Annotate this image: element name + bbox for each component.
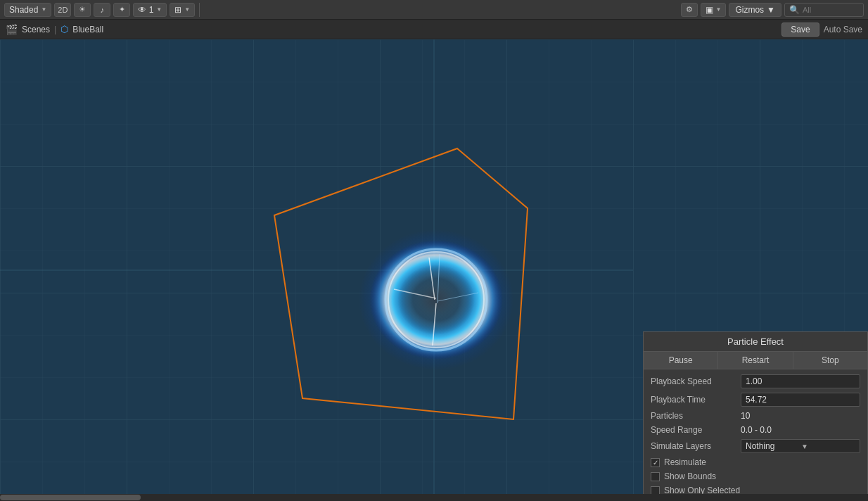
save-button[interactable]: Save bbox=[781, 23, 819, 37]
toolbar-separator-1 bbox=[199, 3, 200, 17]
camera-icon: ▣ bbox=[706, 5, 713, 15]
show-bounds-row: Show Bounds bbox=[644, 469, 867, 483]
simulate-layers-select[interactable]: Nothing ▼ bbox=[741, 439, 860, 453]
panel-controls: Pause Restart Stop bbox=[644, 352, 867, 369]
search-box[interactable]: 🔍 bbox=[784, 3, 864, 17]
playback-speed-value[interactable]: 1.00 bbox=[741, 374, 860, 388]
scrollbar-thumb[interactable] bbox=[0, 495, 141, 500]
panel-properties: Playback Speed 1.00 Playback Time 54.72 … bbox=[644, 369, 867, 500]
camera-dropdown[interactable]: ▣ ▼ bbox=[701, 3, 727, 17]
audio-icon-btn[interactable]: ♪ bbox=[94, 3, 110, 17]
select-arrow-icon: ▼ bbox=[801, 443, 857, 450]
scenes-icon: 🎬 bbox=[6, 24, 18, 35]
playback-speed-row: Playback Speed 1.00 bbox=[644, 372, 867, 391]
simulate-layers-value: Nothing bbox=[746, 441, 801, 451]
breadcrumb-separator: | bbox=[54, 25, 56, 34]
2d-button[interactable]: 2D bbox=[54, 3, 71, 17]
horizontal-scrollbar[interactable] bbox=[0, 494, 868, 501]
stop-button[interactable]: Stop bbox=[793, 352, 867, 369]
resimulate-checkbox[interactable] bbox=[651, 458, 660, 467]
effects-icon: ✦ bbox=[119, 5, 125, 14]
search-icon: 🔍 bbox=[789, 5, 800, 15]
restart-button[interactable]: Restart bbox=[718, 352, 793, 369]
light-icon-btn[interactable]: ☀ bbox=[74, 3, 91, 17]
svg-point-10 bbox=[397, 265, 475, 335]
scene-name[interactable]: BlueBall bbox=[72, 25, 103, 34]
show-bounds-checkbox[interactable] bbox=[651, 472, 660, 481]
settings-icon: ⚙ bbox=[686, 5, 693, 14]
playback-speed-label: Playback Speed bbox=[651, 376, 735, 386]
resimulate-label: Resimulate bbox=[664, 457, 706, 467]
panel-title: Particle Effect bbox=[644, 332, 867, 352]
shading-arrow: ▼ bbox=[41, 6, 46, 13]
particle-effect-panel: Particle Effect Pause Restart Stop Playb… bbox=[643, 331, 868, 501]
grid-dropdown[interactable]: ⊞ ▼ bbox=[170, 3, 195, 17]
settings-icon-btn[interactable]: ⚙ bbox=[681, 3, 698, 17]
playback-time-row: Playback Time 54.72 bbox=[644, 391, 867, 409]
light-icon: ☀ bbox=[79, 5, 86, 14]
effects-icon-btn[interactable]: ✦ bbox=[113, 3, 130, 17]
particles-value: 10 bbox=[741, 411, 750, 421]
breadcrumb-bar: 🎬 Scenes | ⬡ BlueBall Save Auto Save bbox=[0, 20, 868, 39]
search-input[interactable] bbox=[803, 6, 859, 14]
scenes-label[interactable]: Scenes bbox=[22, 25, 50, 34]
auto-save-label: Auto Save bbox=[824, 25, 862, 34]
toolbar: Shaded ▼ 2D ☀ ♪ ✦ 👁 1 ▼ ⊞ ▼ ⚙ ▣ ▼ Gizmos… bbox=[0, 0, 868, 20]
scene-viewport: Particle Effect Pause Restart Stop Playb… bbox=[0, 39, 868, 501]
particles-row: Particles 10 bbox=[644, 409, 867, 423]
resimulate-row: Resimulate bbox=[644, 455, 867, 469]
speed-range-row: Speed Range 0.0 - 0.0 bbox=[644, 423, 867, 437]
particles-label: Particles bbox=[651, 411, 735, 421]
visibility-icon: 👁 1 bbox=[138, 5, 153, 15]
simulate-layers-label: Simulate Layers bbox=[651, 441, 735, 451]
speed-range-value: 0.0 - 0.0 bbox=[741, 425, 772, 435]
show-bounds-label: Show Bounds bbox=[664, 471, 716, 481]
audio-icon: ♪ bbox=[101, 6, 105, 14]
gizmos-button[interactable]: Gizmos ▼ bbox=[729, 3, 781, 17]
simulate-layers-row: Simulate Layers Nothing ▼ bbox=[644, 437, 867, 455]
shading-label: Shaded bbox=[9, 5, 38, 15]
bluebell-icon: ⬡ bbox=[60, 24, 68, 34]
shading-dropdown[interactable]: Shaded ▼ bbox=[4, 3, 51, 17]
playback-time-value[interactable]: 54.72 bbox=[741, 393, 860, 407]
playback-time-label: Playback Time bbox=[651, 395, 735, 405]
visibility-dropdown[interactable]: 👁 1 ▼ bbox=[133, 3, 167, 17]
gizmos-label: Gizmos bbox=[735, 5, 764, 15]
pause-button[interactable]: Pause bbox=[644, 352, 718, 369]
grid-icon: ⊞ bbox=[174, 5, 181, 15]
speed-range-label: Speed Range bbox=[651, 425, 735, 435]
save-area: Save Auto Save bbox=[781, 23, 862, 37]
